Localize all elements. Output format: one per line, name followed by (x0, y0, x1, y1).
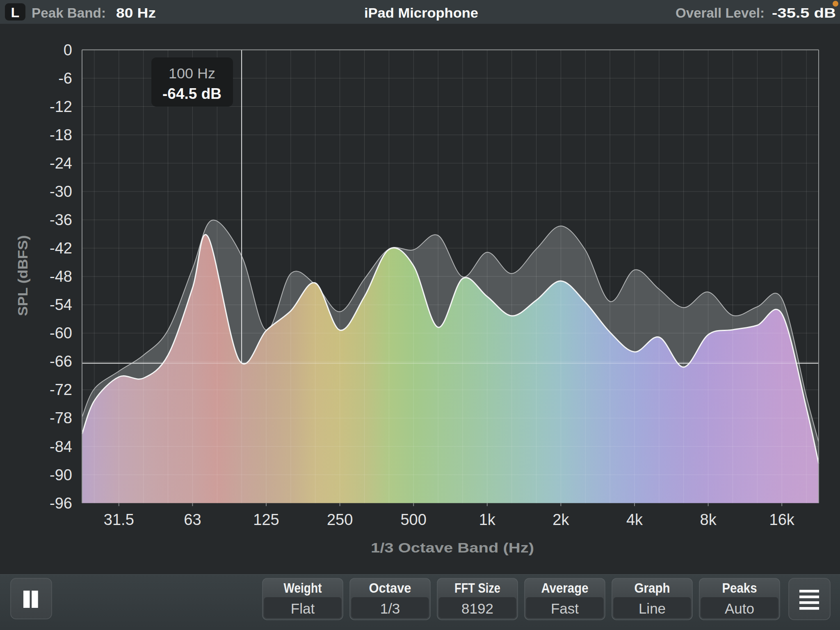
svg-text:Overall Level:: Overall Level: (676, 5, 765, 21)
svg-text:-84: -84 (50, 438, 72, 455)
svg-text:500: 500 (400, 511, 426, 528)
svg-text:80 Hz: 80 Hz (116, 5, 156, 21)
svg-text:0: 0 (64, 41, 72, 59)
svg-text:31.5: 31.5 (104, 511, 134, 528)
svg-text:Octave: Octave (369, 580, 411, 596)
svg-text:-30: -30 (50, 183, 72, 200)
svg-text:Peaks: Peaks (722, 580, 757, 596)
svg-text:-6: -6 (58, 70, 72, 87)
svg-text:iPad Microphone: iPad Microphone (364, 5, 478, 21)
svg-text:-66: -66 (50, 353, 72, 370)
svg-text:Auto: Auto (725, 600, 754, 616)
svg-text:Fast: Fast (551, 600, 579, 616)
svg-text:Graph: Graph (635, 580, 670, 596)
svg-text:-48: -48 (50, 268, 72, 285)
svg-text:Weight: Weight (284, 580, 322, 596)
svg-text:-12: -12 (50, 98, 72, 115)
svg-text:-18: -18 (50, 126, 72, 144)
svg-text:1/3 Octave Band (Hz): 1/3 Octave Band (Hz) (371, 540, 534, 555)
svg-text:-64.5 dB: -64.5 dB (162, 85, 221, 102)
svg-text:1k: 1k (479, 511, 496, 528)
svg-text:Peak Band:: Peak Band: (32, 5, 106, 21)
svg-text:L: L (11, 5, 20, 20)
svg-text:63: 63 (184, 511, 201, 528)
svg-text:Flat: Flat (291, 600, 315, 616)
svg-text:-54: -54 (50, 296, 72, 313)
svg-text:-24: -24 (50, 155, 72, 172)
svg-text:8k: 8k (700, 511, 717, 528)
svg-text:Average: Average (541, 580, 589, 596)
svg-text:8192: 8192 (461, 600, 493, 616)
svg-text:16k: 16k (769, 511, 795, 528)
svg-text:250: 250 (327, 511, 353, 528)
svg-text:-90: -90 (50, 466, 72, 484)
svg-text:-35.5 dB: -35.5 dB (772, 5, 836, 21)
svg-text:4k: 4k (626, 511, 643, 528)
svg-text:Line: Line (639, 600, 666, 616)
svg-text:-78: -78 (50, 409, 72, 427)
svg-text:FFT Size: FFT Size (454, 580, 500, 596)
svg-text:-42: -42 (50, 240, 72, 257)
svg-text:-60: -60 (50, 324, 72, 342)
svg-text:-36: -36 (50, 211, 72, 228)
svg-text:125: 125 (253, 511, 279, 528)
svg-text:2k: 2k (552, 511, 569, 528)
svg-text:SPL (dBFS): SPL (dBFS) (15, 235, 30, 316)
svg-text:100 Hz: 100 Hz (169, 65, 215, 81)
svg-text:-96: -96 (50, 495, 72, 512)
svg-text:1/3: 1/3 (380, 600, 400, 616)
svg-text:-72: -72 (50, 381, 72, 398)
